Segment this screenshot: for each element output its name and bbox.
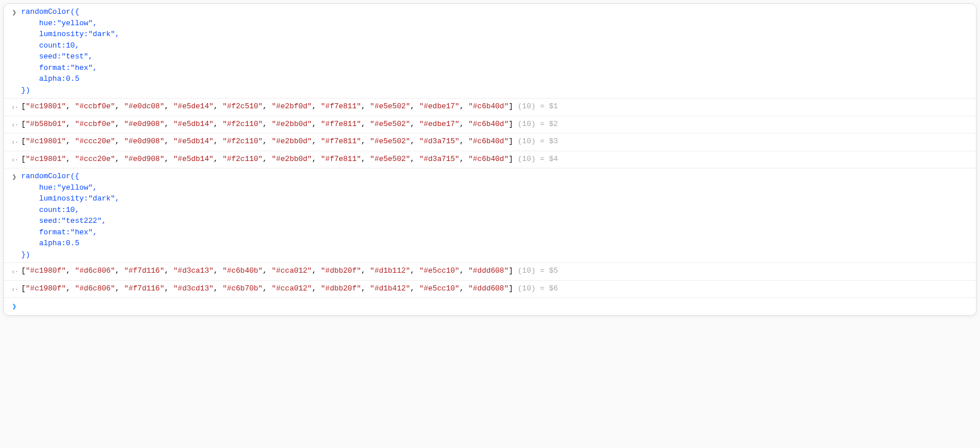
- array-item[interactable]: "#c6b40d": [468, 102, 508, 111]
- array-item[interactable]: "#e5e502": [370, 120, 410, 128]
- output-array[interactable]: ["#c19801", "#ccbf0e", "#e0dc08", "#e5de…: [21, 102, 513, 111]
- array-item[interactable]: "#d3cd13": [173, 284, 213, 293]
- array-item[interactable]: "#e5db14": [173, 155, 213, 163]
- console-input-code[interactable]: randomColor({ hue:"yellow", luminosity:"…: [21, 6, 970, 96]
- array-item[interactable]: "#e5e502": [370, 102, 410, 111]
- array-item[interactable]: "#f7d116": [124, 284, 164, 293]
- array-item[interactable]: "#c6b40d": [468, 137, 508, 146]
- array-item[interactable]: "#e0dc08": [124, 102, 164, 111]
- array-item[interactable]: "#ccc20e": [75, 137, 115, 146]
- console-input-row[interactable]: ❯randomColor({ hue:"yellow", luminosity:…: [4, 4, 976, 99]
- array-item[interactable]: "#e2bf0d": [272, 102, 312, 111]
- array-item[interactable]: "#c19801": [26, 102, 66, 111]
- array-item[interactable]: "#f7e811": [321, 102, 361, 111]
- array-item[interactable]: "#c19801": [26, 137, 66, 146]
- array-item[interactable]: "#d6c806": [75, 284, 115, 293]
- output-meta: (10) = $2: [513, 120, 558, 128]
- array-item[interactable]: "#cca012": [272, 266, 312, 275]
- array-item[interactable]: "#c6b40d": [468, 120, 508, 128]
- output-chevron-icon: ‹·: [11, 284, 18, 296]
- console-input-code[interactable]: randomColor({ hue:"yellow", luminosity:"…: [21, 171, 970, 260]
- array-item[interactable]: "#ddd608": [468, 266, 508, 275]
- console-input-row[interactable]: ❯randomColor({ hue:"yellow", luminosity:…: [4, 168, 976, 263]
- array-item[interactable]: "#ddd608": [468, 284, 508, 293]
- array-item[interactable]: "#e2bb0d": [272, 155, 312, 163]
- console-output-row[interactable]: ‹·["#c1980f", "#d6c806", "#f7d116", "#d3…: [4, 263, 976, 281]
- output-chevron-icon: ‹·: [11, 102, 18, 113]
- array-item[interactable]: "#e2bb0d": [272, 137, 312, 146]
- array-item[interactable]: "#f2c110": [222, 155, 262, 163]
- array-item[interactable]: "#e0d908": [124, 137, 164, 146]
- array-item[interactable]: "#e0d908": [124, 155, 164, 163]
- output-array[interactable]: ["#c1980f", "#d6c806", "#f7d116", "#d3ca…: [21, 266, 513, 275]
- array-item[interactable]: "#dbb20f": [321, 266, 361, 275]
- array-item[interactable]: "#c6b70b": [222, 284, 262, 293]
- console-output-row[interactable]: ‹·["#c19801", "#ccc20e", "#e0d908", "#e5…: [4, 133, 976, 151]
- array-item[interactable]: "#f7e811": [321, 137, 361, 146]
- array-item[interactable]: "#ccc20e": [75, 155, 115, 163]
- array-item[interactable]: "#c6b40d": [468, 155, 508, 163]
- output-chevron-icon: ‹·: [11, 137, 18, 148]
- array-item[interactable]: "#f7e811": [321, 155, 361, 163]
- array-item[interactable]: "#f7e811": [321, 120, 361, 128]
- array-item[interactable]: "#cca012": [272, 284, 312, 293]
- output-array[interactable]: ["#c1980f", "#d6c806", "#f7d116", "#d3cd…: [21, 284, 513, 293]
- array-item[interactable]: "#e5e502": [370, 155, 410, 163]
- output-meta: (10) = $3: [513, 137, 558, 146]
- array-item[interactable]: "#ccbf0e": [75, 102, 115, 111]
- array-item[interactable]: "#d3ca13": [173, 266, 213, 275]
- output-meta: (10) = $4: [513, 155, 558, 163]
- console-prompt-input[interactable]: [21, 300, 970, 312]
- console-output-row[interactable]: ‹·["#b58b01", "#ccbf0e", "#e0d908", "#e5…: [4, 116, 976, 134]
- array-item[interactable]: "#edbe17": [419, 102, 459, 111]
- array-item[interactable]: "#e0d908": [124, 120, 164, 128]
- output-array[interactable]: ["#c19801", "#ccc20e", "#e0d908", "#e5db…: [21, 137, 513, 146]
- array-item[interactable]: "#dbb20f": [321, 284, 361, 293]
- array-item[interactable]: "#c1980f": [26, 284, 66, 293]
- array-item[interactable]: "#d1b112": [370, 266, 410, 275]
- array-item[interactable]: "#e5cc10": [419, 284, 459, 293]
- output-chevron-icon: ‹·: [11, 120, 18, 131]
- output-chevron-icon: ‹·: [11, 155, 18, 166]
- output-meta: (10) = $1: [513, 102, 558, 111]
- array-item[interactable]: "#e5de14": [173, 102, 213, 111]
- array-item[interactable]: "#d1b412": [370, 284, 410, 293]
- array-item[interactable]: "#f2c110": [222, 137, 262, 146]
- array-item[interactable]: "#ccbf0e": [75, 120, 115, 128]
- array-item[interactable]: "#edbe17": [419, 120, 459, 128]
- array-item[interactable]: "#e5cc10": [419, 266, 459, 275]
- console-output-row[interactable]: ‹·["#c19801", "#ccbf0e", "#e0dc08", "#e5…: [4, 99, 976, 116]
- console-output-row[interactable]: ‹·["#c19801", "#ccc20e", "#e0d908", "#e5…: [4, 151, 976, 169]
- console-prompt-row[interactable]: ❯: [4, 298, 976, 315]
- array-item[interactable]: "#c1980f": [26, 266, 66, 275]
- array-item[interactable]: "#e2bb0d": [272, 120, 312, 128]
- input-chevron-icon: ❯: [12, 7, 17, 19]
- array-item[interactable]: "#d3a715": [419, 137, 459, 146]
- prompt-chevron-icon: ❯: [12, 301, 17, 313]
- array-item[interactable]: "#c6b40b": [222, 266, 262, 275]
- output-chevron-icon: ‹·: [11, 266, 18, 278]
- array-item[interactable]: "#d3a715": [419, 155, 459, 163]
- array-item[interactable]: "#b58b01": [26, 120, 66, 128]
- array-item[interactable]: "#e5e502": [370, 137, 410, 146]
- array-item[interactable]: "#d6c806": [75, 266, 115, 275]
- array-item[interactable]: "#f7d116": [124, 266, 164, 275]
- array-item[interactable]: "#f2c110": [222, 120, 262, 128]
- array-item[interactable]: "#e5db14": [173, 137, 213, 146]
- input-chevron-icon: ❯: [12, 172, 17, 183]
- output-meta: (10) = $6: [513, 284, 558, 293]
- array-item[interactable]: "#f2c510": [222, 102, 262, 111]
- output-array[interactable]: ["#c19801", "#ccc20e", "#e0d908", "#e5db…: [21, 155, 513, 163]
- output-array[interactable]: ["#b58b01", "#ccbf0e", "#e0d908", "#e5db…: [21, 120, 513, 128]
- array-item[interactable]: "#c19801": [26, 155, 66, 163]
- output-meta: (10) = $5: [513, 266, 558, 275]
- devtools-console[interactable]: ❯randomColor({ hue:"yellow", luminosity:…: [3, 3, 977, 316]
- array-item[interactable]: "#e5db14": [173, 120, 213, 128]
- console-output-row[interactable]: ‹·["#c1980f", "#d6c806", "#f7d116", "#d3…: [4, 281, 976, 298]
